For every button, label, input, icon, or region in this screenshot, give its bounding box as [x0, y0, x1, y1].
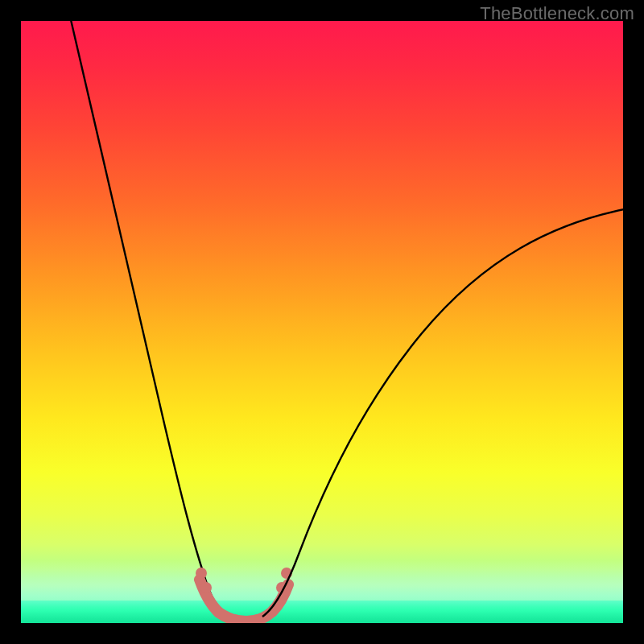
- curve-left-arm: [69, 21, 227, 617]
- chart-frame: TheBottleneck.com: [0, 0, 644, 644]
- plot-area: [21, 21, 623, 623]
- trough-dot-left-upper: [196, 568, 207, 579]
- curve-right-arm: [262, 208, 623, 617]
- watermark-text: TheBottleneck.com: [480, 3, 634, 24]
- curve-trough-accent: [200, 580, 288, 621]
- bottleneck-curve: [21, 21, 623, 623]
- trough-dot-left-lower: [200, 582, 212, 593]
